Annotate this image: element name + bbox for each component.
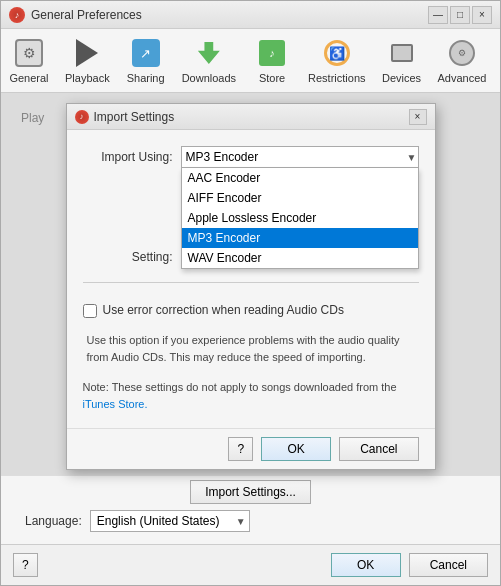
info-text: Use this option if you experience proble… — [83, 332, 419, 365]
general-icon: ⚙ — [13, 37, 45, 69]
downloads-icon — [193, 37, 225, 69]
import-settings-button[interactable]: Import Settings... — [190, 480, 311, 504]
toolbar-label-devices: Devices — [382, 72, 421, 84]
help-button[interactable]: ? — [228, 437, 253, 461]
window-title: General Preferences — [31, 8, 422, 22]
divider — [83, 282, 419, 283]
main-ok-button[interactable]: OK — [331, 553, 401, 577]
close-button[interactable]: × — [472, 6, 492, 24]
error-correction-row: Use error correction when reading Audio … — [83, 303, 419, 318]
toolbar-item-restrictions[interactable]: ♿ Restrictions — [300, 33, 373, 88]
toolbar-label-sharing: Sharing — [127, 72, 165, 84]
toolbar: ⚙ General Playback ↗ Sharing Downloads ♪ — [1, 29, 500, 93]
modal-title: Import Settings — [94, 110, 404, 124]
sharing-icon: ↗ — [130, 37, 162, 69]
toolbar-label-downloads: Downloads — [182, 72, 236, 84]
cancel-button[interactable]: Cancel — [339, 437, 418, 461]
dropdown-item-wav[interactable]: WAV Encoder — [182, 248, 418, 268]
toolbar-item-sharing[interactable]: ↗ Sharing — [118, 33, 174, 88]
modal-overlay: ♪ Import Settings × Import Using: MP3 En… — [1, 93, 500, 475]
modal-footer: ? OK Cancel — [67, 428, 435, 469]
toolbar-item-store[interactable]: ♪ Store — [244, 33, 300, 88]
minimize-button[interactable]: — — [428, 6, 448, 24]
import-using-value: MP3 Encoder — [186, 150, 259, 164]
import-using-control: MP3 Encoder ▼ AAC Encoder AIFF Encoder A… — [181, 146, 419, 168]
settings-area: Import Settings... Language: English (Un… — [1, 475, 500, 544]
toolbar-item-downloads[interactable]: Downloads — [174, 33, 244, 88]
toolbar-label-restrictions: Restrictions — [308, 72, 365, 84]
restrictions-icon: ♿ — [321, 37, 353, 69]
toolbar-label-general: General — [9, 72, 48, 84]
advanced-icon: ⚙ — [446, 37, 478, 69]
note-text-main: Note: These settings do not apply to son… — [83, 381, 397, 393]
main-window: ♪ General Preferences — □ × ⚙ General Pl… — [0, 0, 501, 586]
main-help-button[interactable]: ? — [13, 553, 38, 577]
toolbar-item-general[interactable]: ⚙ General — [1, 33, 57, 88]
bottom-bar: ? OK Cancel — [1, 544, 500, 585]
toolbar-item-playback[interactable]: Playback — [57, 33, 118, 88]
note-text: Note: These settings do not apply to son… — [83, 379, 419, 412]
dropdown-item-aac[interactable]: AAC Encoder — [182, 168, 418, 188]
setting-label: Setting: — [83, 250, 173, 264]
dropdown-item-aiff[interactable]: AIFF Encoder — [182, 188, 418, 208]
window-controls: — □ × — [428, 6, 492, 24]
dropdown-item-mp3[interactable]: MP3 Encoder — [182, 228, 418, 248]
toolbar-label-store: Store — [259, 72, 285, 84]
bottom-bar-left: ? — [13, 553, 38, 577]
ok-button[interactable]: OK — [261, 437, 331, 461]
import-using-select[interactable]: MP3 Encoder — [181, 146, 419, 168]
playback-icon — [71, 37, 103, 69]
devices-icon — [386, 37, 418, 69]
dropdown-item-apple-lossless[interactable]: Apple Lossless Encoder — [182, 208, 418, 228]
import-using-row: Import Using: MP3 Encoder ▼ AAC Encoder … — [83, 146, 419, 168]
language-select[interactable]: English (United States) — [90, 510, 250, 532]
modal-body: Import Using: MP3 Encoder ▼ AAC Encoder … — [67, 130, 435, 428]
app-icon: ♪ — [9, 7, 25, 23]
toolbar-item-advanced[interactable]: ⚙ Advanced — [430, 33, 495, 88]
bottom-bar-right: OK Cancel — [331, 553, 488, 577]
main-cancel-button[interactable]: Cancel — [409, 553, 488, 577]
import-settings-row: Import Settings... — [13, 480, 488, 504]
title-bar: ♪ General Preferences — □ × — [1, 1, 500, 29]
modal-app-icon: ♪ — [75, 110, 89, 124]
toolbar-label-advanced: Advanced — [438, 72, 487, 84]
import-settings-dialog: ♪ Import Settings × Import Using: MP3 En… — [66, 103, 436, 470]
language-label: Language: — [25, 514, 82, 528]
import-using-dropdown: AAC Encoder AIFF Encoder Apple Lossless … — [181, 168, 419, 269]
maximize-button[interactable]: □ — [450, 6, 470, 24]
itunes-store-link[interactable]: iTunes Store. — [83, 398, 148, 410]
import-using-label: Import Using: — [83, 150, 173, 164]
language-select-wrap: English (United States) ▼ — [90, 510, 250, 532]
modal-close-button[interactable]: × — [409, 109, 427, 125]
language-row: Language: English (United States) ▼ — [13, 510, 488, 532]
modal-title-bar: ♪ Import Settings × — [67, 104, 435, 130]
toolbar-label-playback: Playback — [65, 72, 110, 84]
toolbar-item-devices[interactable]: Devices — [374, 33, 430, 88]
content-area: Play ♪ Import Settings × Import Using: — [1, 93, 500, 475]
error-correction-label: Use error correction when reading Audio … — [103, 303, 344, 317]
store-icon: ♪ — [256, 37, 288, 69]
error-correction-checkbox[interactable] — [83, 304, 97, 318]
